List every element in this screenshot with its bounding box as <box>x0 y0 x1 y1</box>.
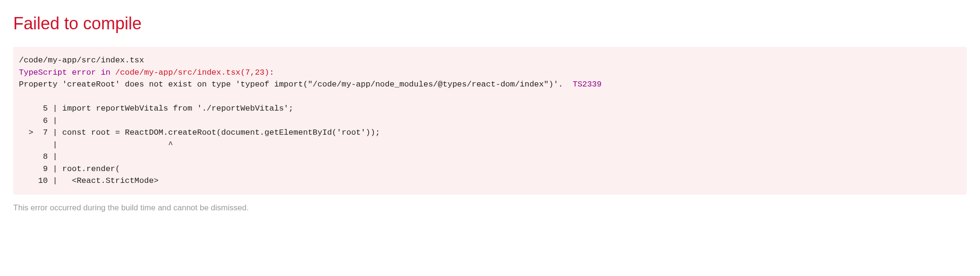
file-path: /code/my-app/src/index.tsx <box>19 56 144 65</box>
code-context-lines: 5 | import reportWebVitals from './repor… <box>19 104 380 185</box>
footer-note: This error occurred during the build tim… <box>13 203 967 213</box>
error-title: Failed to compile <box>13 13 967 34</box>
ts-error-in: in <box>96 68 115 77</box>
ts-error-colon: : <box>270 68 274 77</box>
ts-error-label: TypeScript error <box>19 68 96 77</box>
error-code: TS2339 <box>573 80 601 89</box>
error-code-block: /code/my-app/src/index.tsx TypeScript er… <box>13 47 967 195</box>
error-message: Property 'createRoot' does not exist on … <box>19 80 573 89</box>
ts-error-file: /code/my-app/src/index.tsx(7,23) <box>115 68 269 77</box>
